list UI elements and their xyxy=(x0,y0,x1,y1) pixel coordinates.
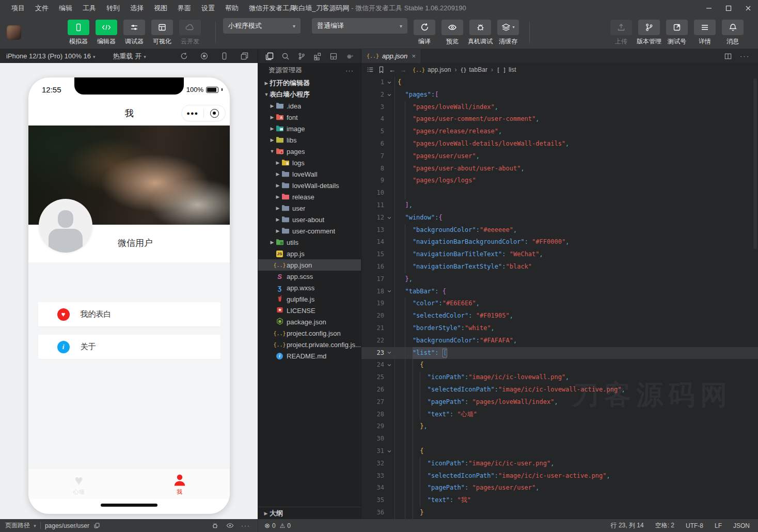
tree-item-app.json[interactable]: {..}app.json xyxy=(258,259,361,271)
code-line-8[interactable]: 8"pages/user-about/user-about", xyxy=(361,163,758,175)
code-line-19[interactable]: 19"color":"#E6E6E6", xyxy=(361,298,758,310)
fold-chevron-icon[interactable] xyxy=(384,347,394,359)
code-line-4[interactable]: 4"pages/user-comment/user-comment", xyxy=(361,113,758,126)
code-line-5[interactable]: 5"pages/release/release", xyxy=(361,126,758,138)
code-line-2[interactable]: 2"pages":[ xyxy=(361,89,758,101)
menu-item[interactable]: 微信开发者工具 xyxy=(244,0,301,17)
storage-icon[interactable] xyxy=(329,52,338,60)
code-line-10[interactable]: 10 xyxy=(361,187,758,199)
menu-item[interactable]: 设置 xyxy=(196,0,220,17)
home-indicator[interactable] xyxy=(101,504,157,507)
fold-chevron-icon[interactable] xyxy=(384,286,394,298)
tree-item-[interactable]: ▼表白墙小程序 xyxy=(258,89,361,100)
toolbar-button[interactable]: 详情 xyxy=(691,20,718,46)
search-icon[interactable] xyxy=(281,52,290,60)
split-editor-icon[interactable] xyxy=(724,53,732,60)
toolbar-button[interactable]: 消息 xyxy=(719,20,746,46)
device-selector[interactable]: iPhone 12/13 (Pro) 100% 16▾ xyxy=(6,52,96,60)
breadcrumb-item-tabBar[interactable]: {}tabBar xyxy=(460,66,487,73)
extensions-icon[interactable] xyxy=(313,52,322,60)
navigate-back-icon[interactable]: ← xyxy=(389,66,396,74)
code-line-9[interactable]: 9"pages/logs/logs" xyxy=(361,175,758,187)
cursor-position[interactable]: 行 23, 列 14 xyxy=(611,521,644,530)
code-line-27[interactable]: 27"pagePath": "pages/loveWall/index", xyxy=(361,396,758,409)
code-line-6[interactable]: 6"pages/loveWall-details/loveWall-detail… xyxy=(361,138,758,150)
menu-item[interactable]: 界面 xyxy=(172,0,196,17)
files-icon[interactable] xyxy=(265,52,274,60)
code-line-30[interactable]: 30 xyxy=(361,433,758,445)
editor-scrollbar[interactable] xyxy=(753,79,757,249)
user-avatar[interactable] xyxy=(7,25,21,40)
code-line-24[interactable]: 24{ xyxy=(361,359,758,371)
tree-item-loveWall-details[interactable]: ▶loveWall-details xyxy=(258,180,361,191)
code-line-34[interactable]: 34"pagePath": "pages/user/user", xyxy=(361,482,758,494)
tree-item-LICENSE[interactable]: LICENSE xyxy=(258,305,361,316)
eye-icon[interactable] xyxy=(226,522,234,529)
source-control-icon[interactable] xyxy=(297,52,306,60)
tab-close-icon[interactable]: × xyxy=(412,52,416,60)
toolbar-button[interactable]: 版本管理 xyxy=(636,20,662,46)
toolbar-button[interactable]: 云开发 xyxy=(177,20,203,46)
breadcrumb-item-list[interactable]: [ ]list xyxy=(497,66,516,73)
device-frame-icon[interactable] xyxy=(220,52,228,60)
code-line-1[interactable]: 1{ xyxy=(361,76,758,89)
debug-icon[interactable] xyxy=(211,522,219,529)
fold-chevron-icon[interactable] xyxy=(384,212,394,224)
code-line-13[interactable]: 13"backgroundColor":"#eeeeee", xyxy=(361,224,758,237)
toolbar-button[interactable]: 编译 xyxy=(411,20,438,46)
code-line-28[interactable]: 28"text": "心墙" xyxy=(361,409,758,421)
user-avatar-placeholder[interactable] xyxy=(39,199,92,253)
code-line-17[interactable]: 17}, xyxy=(361,273,758,286)
code-line-20[interactable]: 20"selectedColor": "#F01905", xyxy=(361,310,758,322)
toolbar-button[interactable]: 上传 xyxy=(608,20,635,46)
record-icon[interactable] xyxy=(200,52,208,60)
multi-window-icon[interactable] xyxy=(241,52,248,60)
code-line-21[interactable]: 21"borderStyle":"white", xyxy=(361,322,758,335)
menu-item[interactable]: 编辑 xyxy=(54,0,77,17)
breadcrumb-item-app.json[interactable]: {..}app.json xyxy=(413,66,451,73)
compile-mode-select[interactable]: 普通编译 ▾ xyxy=(312,18,407,34)
tree-item-app.wxss[interactable]: ʒapp.wxss xyxy=(258,282,361,293)
minimize-button[interactable] xyxy=(699,0,719,17)
mode-select[interactable]: 小程序模式 ▾ xyxy=(223,18,301,34)
tree-item-package.json[interactable]: package.json xyxy=(258,316,361,327)
code-line-12[interactable]: 12"window":{ xyxy=(361,212,758,224)
outline-section[interactable]: ▶ 大纲 xyxy=(258,507,361,519)
code-line-33[interactable]: 33"selectedIconPath":"image/ic/ic-user-a… xyxy=(361,470,758,482)
page-path-selector[interactable]: 页面路径 ▾ xyxy=(5,521,36,530)
close-button[interactable] xyxy=(738,0,758,17)
indent-setting[interactable]: 空格: 2 xyxy=(655,521,674,530)
fold-chevron-icon[interactable] xyxy=(384,76,394,89)
tree-item-README.md[interactable]: iREADME.md xyxy=(258,350,361,362)
more-actions-icon[interactable]: ··· xyxy=(740,52,750,60)
copy-icon[interactable] xyxy=(93,522,100,529)
code-line-36[interactable]: 36} xyxy=(361,507,758,519)
toolbar-button[interactable]: 编辑器 xyxy=(93,20,120,46)
code-line-3[interactable]: 3"pages/loveWall/index", xyxy=(361,101,758,114)
tree-item-image[interactable]: ▶image xyxy=(258,123,361,134)
tab-me[interactable]: 我 xyxy=(129,468,230,499)
code-line-35[interactable]: 35"text": "我" xyxy=(361,494,758,507)
code-line-16[interactable]: 16"navigationBarTextStyle":"black" xyxy=(361,261,758,273)
toolbar-button[interactable]: 预览 xyxy=(439,20,466,46)
code-line-29[interactable]: 29}, xyxy=(361,420,758,433)
toolbar-button[interactable]: 调试器 xyxy=(121,20,148,46)
tree-item-app.scss[interactable]: Sapp.scss xyxy=(258,271,361,282)
code-line-26[interactable]: 26"selectedIconPath":"image/ic/ic-lovewa… xyxy=(361,384,758,396)
menu-item[interactable]: 转到 xyxy=(101,0,125,17)
tree-item-font[interactable]: ▶Afont xyxy=(258,112,361,123)
navigate-forward-icon[interactable]: → xyxy=(400,66,406,74)
code-line-14[interactable]: 14"navigationBarBackgroundColor": "#FF00… xyxy=(361,236,758,248)
my-confession-item[interactable]: ♥ 我的表白 xyxy=(38,302,220,326)
teapot-icon[interactable] xyxy=(345,52,354,60)
code-line-7[interactable]: 7"pages/user/user", xyxy=(361,150,758,163)
tree-item-[interactable]: ▶打开的编辑器 xyxy=(258,77,361,89)
tree-item-logs[interactable]: ▶logs xyxy=(258,157,361,168)
code-line-32[interactable]: 32"iconPath":"image/ic/ic-user.png", xyxy=(361,458,758,470)
language-mode[interactable]: JSON xyxy=(733,522,750,529)
tree-item-user-about[interactable]: ▶user-about xyxy=(258,214,361,225)
fold-chevron-icon[interactable] xyxy=(384,359,394,371)
refresh-icon[interactable] xyxy=(180,52,188,60)
tree-item-gulpfile.js[interactable]: gulpfile.js xyxy=(258,293,361,305)
tab-app-json[interactable]: {..} app.json × xyxy=(361,49,421,63)
